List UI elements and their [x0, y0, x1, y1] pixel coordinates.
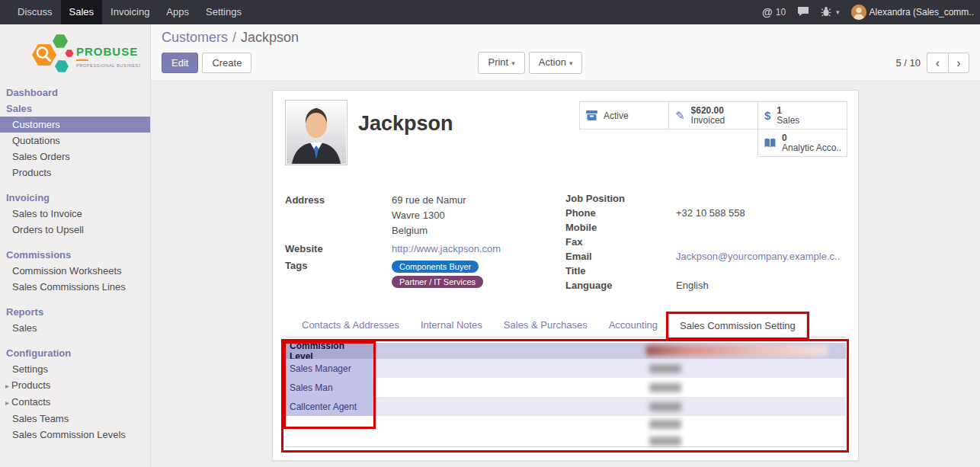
address-line: 69 rue de Namur: [392, 193, 466, 208]
analytic-stat-label: Analytic Acco...: [782, 143, 841, 153]
menu-settings[interactable]: Settings: [197, 0, 250, 24]
edit-button[interactable]: Edit: [162, 53, 198, 73]
tab-accounting[interactable]: Accounting: [598, 314, 668, 337]
tab-sales-commission-setting[interactable]: Sales Commission Setting: [668, 314, 807, 337]
table-header-rest: [375, 343, 846, 359]
control-panel: Customers/Jackpson Edit Create Print▾ Ac…: [151, 24, 980, 80]
email-label: Email: [565, 251, 676, 262]
analytic-stat-button[interactable]: 0 Analytic Acco...: [757, 129, 847, 157]
tab-sales-purchases[interactable]: Sales & Purchases: [493, 314, 598, 337]
sidebar-item-sales-to-invoice[interactable]: Sales to Invoice: [0, 206, 150, 222]
sidebar: PROBUSE PROFESSIONAL BUSINESS Dashboard …: [0, 24, 151, 467]
address-value: 69 rue de Namur Wavre 1300 Belgium: [392, 193, 466, 238]
phone-label: Phone: [565, 207, 676, 219]
sidebar-item-sales-commission-levels[interactable]: Sales Commission Levels: [0, 427, 150, 443]
sidebar-item-label: Products: [11, 379, 50, 391]
sidebar-item-sales-orders[interactable]: Sales Orders: [0, 149, 150, 165]
user-name: Alexandra (Sales_comm..: [870, 7, 974, 18]
tag-components-buyer[interactable]: Components Buyer: [392, 261, 479, 273]
menu-apps[interactable]: Apps: [158, 0, 197, 24]
systray: @ 10 ▾: [762, 0, 980, 24]
sidebar-heading-invoicing[interactable]: Invoicing: [0, 190, 150, 206]
commission-level-column-header[interactable]: Commission Level: [285, 343, 375, 359]
sidebar-item-products[interactable]: Products: [0, 165, 150, 181]
breadcrumb-customers-link[interactable]: Customers: [162, 30, 228, 45]
sidebar-heading-configuration[interactable]: Configuration: [0, 345, 150, 361]
debug-menu-button[interactable]: ▾: [821, 6, 840, 19]
sidebar-item-customers[interactable]: Customers: [0, 117, 150, 133]
print-label: Print: [488, 56, 508, 68]
messages-button[interactable]: [797, 6, 809, 19]
sidebar-item-orders-to-upsell[interactable]: Orders to Upsell: [0, 222, 150, 238]
mentions-button[interactable]: @ 10: [762, 6, 786, 18]
email-link[interactable]: Jackpson@yourcompany.example.c..: [676, 251, 840, 262]
commission-level-cell[interactable]: Callcenter Agent: [285, 397, 375, 416]
user-avatar: [851, 5, 866, 20]
tab-contacts-addresses[interactable]: Contacts & Addresses: [291, 314, 410, 337]
user-menu[interactable]: Alexandra (Sales_comm..: [851, 5, 974, 20]
sidebar-item-sales-commissions-lines[interactable]: Sales Commissions Lines: [0, 279, 150, 295]
phone-value: +32 10 588 558: [676, 207, 745, 219]
table-row[interactable]: Callcenter Agent: [285, 397, 846, 416]
field-group-left: Address 69 rue de Namur Wavre 1300 Belgi…: [285, 193, 565, 294]
logo-title: PROBUSE: [76, 45, 138, 58]
tab-internal-notes[interactable]: Internal Notes: [410, 314, 493, 337]
sidebar-item-quotations[interactable]: Quotations: [0, 133, 150, 149]
chevron-down-icon: ▾: [569, 59, 573, 67]
language-label: Language: [565, 280, 676, 291]
commission-setting-pane: Commission Level Sales Manager Sales Man: [285, 337, 846, 447]
tab-label: Sales Commission Setting: [680, 320, 796, 331]
main-area: Customers/Jackpson Edit Create Print▾ Ac…: [151, 24, 980, 467]
breadcrumb-separator: /: [232, 30, 236, 45]
sidebar-item-config-products[interactable]: ▸Products: [0, 377, 150, 394]
bug-icon: [821, 6, 831, 19]
sidebar-item-reports-sales[interactable]: Sales: [0, 320, 150, 336]
breadcrumb-current: Jackpson: [241, 30, 299, 45]
table-footer-rows: [285, 416, 846, 447]
tags-value: Components Buyer Partner / IT Services: [392, 260, 483, 288]
commission-level-cell[interactable]: Sales Man: [285, 378, 375, 397]
mention-icon: @: [762, 6, 773, 18]
pager-next-button[interactable]: ›: [948, 53, 969, 73]
menu-sales[interactable]: Sales: [61, 0, 103, 24]
action-label: Action: [539, 56, 566, 68]
stat-button-box: Active ✎ $620.00 Invoiced $ 1 Sales: [577, 101, 847, 157]
sidebar-item-commission-worksheets[interactable]: Commission Worksheets: [0, 263, 150, 279]
table-row[interactable]: Sales Manager: [285, 359, 846, 378]
menu-discuss[interactable]: Discuss: [9, 0, 61, 24]
website-link[interactable]: http://www.jackpson.com: [392, 243, 501, 254]
tag-partner-it-services[interactable]: Partner / IT Services: [392, 276, 483, 288]
job-position-label: Job Position: [565, 193, 676, 204]
sidebar-heading-commissions[interactable]: Commissions: [0, 247, 150, 263]
active-stat-button[interactable]: Active: [579, 101, 669, 130]
title-label: Title: [565, 265, 676, 277]
pager-previous-button[interactable]: ‹: [927, 53, 948, 73]
print-dropdown-button[interactable]: Print▾: [478, 52, 524, 74]
invoiced-stat-label: Invoiced: [691, 116, 725, 126]
menu-invoicing[interactable]: Invoicing: [102, 0, 158, 24]
book-icon: [764, 138, 776, 148]
commission-level-cell[interactable]: Sales Manager: [285, 359, 375, 378]
active-stat-label: Active: [604, 110, 629, 121]
content-area: Active ✎ $620.00 Invoiced $ 1 Sales: [151, 80, 980, 461]
sidebar-item-settings[interactable]: Settings: [0, 361, 150, 377]
invoiced-stat-button[interactable]: ✎ $620.00 Invoiced: [668, 101, 758, 130]
field-groups: Address 69 rue de Namur Wavre 1300 Belgi…: [285, 193, 846, 294]
create-button[interactable]: Create: [202, 53, 251, 73]
redacted-header-content: [646, 345, 828, 356]
sidebar-item-sales-teams[interactable]: Sales Teams: [0, 411, 150, 427]
pager-counter: 5 / 10: [895, 57, 921, 69]
sales-stat-button[interactable]: $ 1 Sales: [757, 101, 847, 130]
redacted-cell-content: [649, 437, 681, 446]
sidebar-heading-reports[interactable]: Reports: [0, 304, 150, 320]
sidebar-item-label: Contacts: [11, 396, 50, 408]
sidebar-heading-sales[interactable]: Sales: [0, 101, 150, 117]
sales-count: 1: [777, 106, 799, 116]
sidebar-heading-dashboard[interactable]: Dashboard: [0, 85, 150, 101]
redacted-cell-content: [649, 420, 681, 429]
sidebar-item-config-contacts[interactable]: ▸Contacts: [0, 394, 150, 411]
action-dropdown-button[interactable]: Action▾: [529, 52, 583, 74]
redacted-cell-content: [649, 402, 681, 411]
customer-photo[interactable]: [285, 100, 347, 165]
table-row[interactable]: Sales Man: [285, 378, 846, 397]
